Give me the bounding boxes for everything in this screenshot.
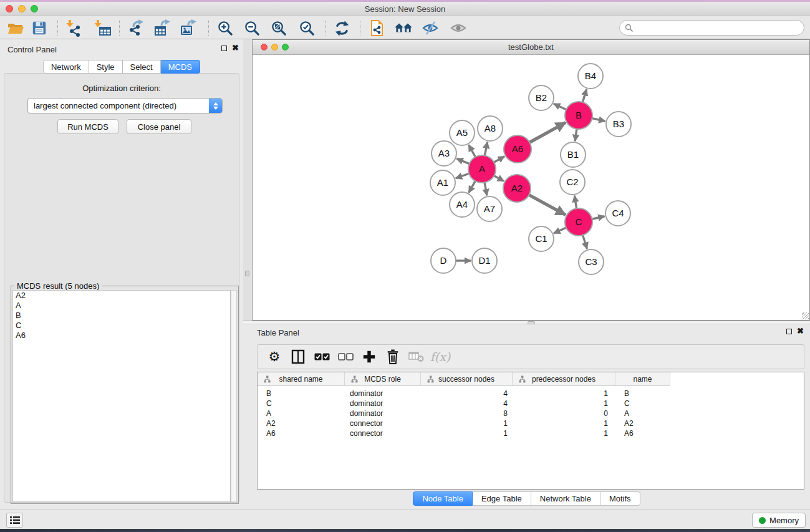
zoom-fit-button[interactable] <box>268 19 289 37</box>
edge-C-C1[interactable] <box>554 228 566 233</box>
open-session-button[interactable] <box>5 19 26 37</box>
edge-A-A3[interactable] <box>456 158 469 163</box>
edge-A-A2[interactable] <box>494 176 504 181</box>
splitter-grip[interactable] <box>245 271 249 276</box>
tab-node-table[interactable]: Node Table <box>413 491 473 506</box>
network-from-selection-button[interactable] <box>367 19 388 37</box>
node-A3[interactable]: A3 <box>432 141 456 166</box>
node-C3[interactable]: C3 <box>579 249 604 274</box>
delete-row-button[interactable] <box>381 349 405 364</box>
table-row[interactable]: A2connector11A2 <box>258 418 804 428</box>
import-network-button[interactable] <box>64 19 85 37</box>
memory-button[interactable]: Memory <box>752 513 806 528</box>
node-A8[interactable]: A8 <box>478 116 503 141</box>
edge-A2-C[interactable] <box>529 195 566 215</box>
edge-B-B2[interactable] <box>554 104 566 109</box>
export-table-button[interactable] <box>152 19 173 37</box>
node-A4[interactable]: A4 <box>450 192 475 217</box>
edge-C-C4[interactable] <box>592 216 604 219</box>
select-all-button[interactable] <box>310 353 334 360</box>
node-B1[interactable]: B1 <box>561 142 586 167</box>
node-B4[interactable]: B4 <box>578 64 603 89</box>
tab-network[interactable]: Network <box>43 60 89 74</box>
network-canvas[interactable]: AA1A2A3A4A5A6A7A8BB1B2B3B4CC1C2C3C4DD1 <box>253 56 809 320</box>
import-table-button[interactable] <box>92 19 113 37</box>
tab-motifs[interactable]: Motifs <box>600 491 640 506</box>
edge-A6-B[interactable] <box>529 123 566 143</box>
save-session-button[interactable] <box>29 19 50 37</box>
node-C[interactable]: C <box>565 208 592 236</box>
mcds-result-list[interactable]: A2ABCA6 <box>12 290 231 502</box>
mcds-result-scrollbar[interactable] <box>231 290 237 502</box>
edge-A-A7[interactable] <box>485 183 487 196</box>
mcds-result-item[interactable]: B <box>13 311 230 321</box>
edge-A-A5[interactable] <box>469 145 476 157</box>
tab-select[interactable]: Select <box>123 60 161 74</box>
column-header-shared-name[interactable]: shared name <box>258 372 345 386</box>
node-A7[interactable]: A7 <box>477 196 502 221</box>
edge-C-C2[interactable] <box>574 196 576 209</box>
zoom-out-button[interactable] <box>241 19 263 37</box>
node-B3[interactable]: B3 <box>606 112 631 137</box>
export-network-button[interactable] <box>125 19 147 37</box>
vertical-splitter[interactable] <box>243 39 252 321</box>
mcds-result-item[interactable]: A6 <box>13 331 230 341</box>
hide-selected-button[interactable] <box>420 19 441 37</box>
export-image-button[interactable] <box>178 19 200 37</box>
edge-A-A4[interactable] <box>469 181 475 193</box>
node-A6[interactable]: A6 <box>504 135 531 163</box>
show-all-button[interactable] <box>448 19 469 37</box>
table-row[interactable]: A6connector11A6 <box>258 428 804 438</box>
mcds-result-item[interactable]: A2 <box>13 291 230 301</box>
node-B2[interactable]: B2 <box>529 85 554 110</box>
table-row[interactable]: Cdominator41C <box>258 399 804 409</box>
close-panel-button[interactable]: Close panel <box>127 119 191 134</box>
close-panel-icon[interactable]: ✖ <box>797 327 804 334</box>
node-C4[interactable]: C4 <box>605 201 630 226</box>
node-A[interactable]: A <box>468 155 496 183</box>
task-history-button[interactable] <box>6 513 23 528</box>
edge-A-A8[interactable] <box>485 142 487 156</box>
node-C1[interactable]: C1 <box>529 226 554 251</box>
edge-A-A6[interactable] <box>494 157 504 162</box>
edge-B-B3[interactable] <box>592 118 605 122</box>
delete-table-button[interactable] <box>405 351 428 362</box>
function-builder-button[interactable]: f(x) <box>428 350 452 364</box>
float-panel-icon[interactable] <box>221 46 227 51</box>
window-resize-grip[interactable] <box>802 312 809 319</box>
zoom-in-button[interactable] <box>215 19 236 37</box>
edge-B-B4[interactable] <box>582 89 586 102</box>
edge-C-C3[interactable] <box>583 235 587 249</box>
close-panel-icon[interactable]: ✖ <box>232 44 239 51</box>
criterion-select[interactable]: largest connected component (directed) <box>27 98 223 114</box>
column-header-name[interactable]: name <box>615 372 670 386</box>
tab-mcds[interactable]: MCDS <box>161 60 200 74</box>
first-neighbors-button[interactable] <box>393 19 414 37</box>
column-header-predecessor-nodes[interactable]: predecessor nodes <box>513 372 615 386</box>
tab-network-table[interactable]: Network Table <box>531 491 600 506</box>
node-A1[interactable]: A1 <box>430 170 455 195</box>
mcds-result-item[interactable]: C <box>13 321 230 331</box>
edge-B-B1[interactable] <box>575 129 577 141</box>
node-B[interactable]: B <box>565 102 592 129</box>
tab-style[interactable]: Style <box>89 60 123 74</box>
deselect-all-button[interactable] <box>334 353 357 360</box>
table-row[interactable]: Adominator80A <box>258 409 804 418</box>
run-mcds-button[interactable]: Run MCDS <box>57 119 118 134</box>
node-C2[interactable]: C2 <box>560 170 585 195</box>
node-D1[interactable]: D1 <box>472 248 497 273</box>
add-row-button[interactable] <box>357 350 381 364</box>
float-panel-icon[interactable] <box>786 329 792 334</box>
search-input[interactable] <box>619 20 804 36</box>
node-A5[interactable]: A5 <box>450 120 475 145</box>
column-header-MCDS-role[interactable]: MCDS role <box>345 372 421 386</box>
table-row[interactable]: Bdominator41B <box>258 389 804 399</box>
zoom-selected-button[interactable] <box>296 19 317 37</box>
node-D[interactable]: D <box>431 248 456 273</box>
mcds-result-item[interactable]: A <box>13 301 230 311</box>
column-header-successor-nodes[interactable]: successor nodes <box>421 372 513 386</box>
apply-layout-button[interactable] <box>331 19 352 37</box>
tab-edge-table[interactable]: Edge Table <box>473 491 531 506</box>
node-A2[interactable]: A2 <box>503 175 531 202</box>
edge-A-A1[interactable] <box>456 173 469 178</box>
